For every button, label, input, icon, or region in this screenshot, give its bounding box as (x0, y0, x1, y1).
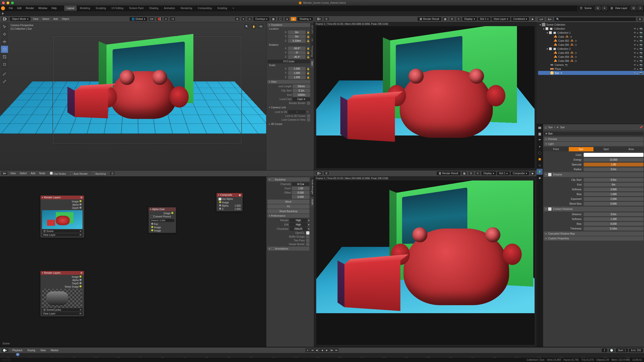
collection-checkbox[interactable] (549, 31, 552, 34)
socket-icon[interactable] (79, 279, 82, 281)
hide-render-icon[interactable]: 📷 (639, 43, 642, 46)
tab-render[interactable] (537, 125, 543, 131)
tool-scale[interactable] (1, 53, 8, 60)
hide-select-icon[interactable]: ▸ (637, 68, 638, 70)
display-selector[interactable]: Display ▾ (481, 171, 496, 175)
hide-viewport-icon[interactable]: 👁 (634, 48, 636, 50)
tab-modeling[interactable]: Modeling (77, 6, 93, 11)
backdrop-options[interactable]: ⊡ (110, 171, 115, 175)
tool-select[interactable] (1, 23, 8, 30)
img-unlink[interactable]: ✕ (475, 171, 480, 175)
tl-menu-marker[interactable]: Marker (49, 348, 60, 352)
3d-cursor-header[interactable]: ▸3D Cursor (267, 122, 310, 126)
eyedropper-icon[interactable]: ✎ (307, 111, 310, 113)
hide-render-icon[interactable]: 📷 (639, 56, 642, 58)
ne-menu-add[interactable]: Add (29, 171, 37, 175)
two-pass-checkbox[interactable] (306, 239, 309, 242)
menu-file[interactable]: File (7, 6, 15, 10)
hide-select-icon[interactable]: ▸ (637, 52, 638, 54)
lock-icon[interactable]: 🔓 (307, 31, 310, 34)
tree-row[interactable]: Camera 📷👁▸📷 (538, 63, 644, 67)
image-editor-bottom[interactable]: 🖼▾ ☰ 🖼 Render Result ▦ ☒ ✕ Display ▾ Slo… (314, 170, 537, 347)
scale-y-field[interactable]: 1.000 (288, 71, 306, 75)
annotations-panel-header[interactable]: ▾ Annotations (267, 247, 309, 251)
node-canvas[interactable]: ▾Render Layers⚙ Image Alpha Depth 🎬 Scen… (0, 176, 266, 347)
slot-selector[interactable]: Slot 1 ▾ (478, 17, 491, 21)
editor-type-selector[interactable]: 🔳▾ (1, 17, 9, 21)
lock-icon[interactable]: 🔓 (307, 35, 310, 38)
tab-compositing[interactable]: Compositing (195, 6, 214, 11)
tree-row[interactable]: Cube.005 ◔👁▸📷 (538, 43, 644, 47)
node-composite[interactable]: ▾Composite◉ Use Alpha Image Alpha: 1.000… (216, 193, 243, 211)
shading-dropdown[interactable]: Shading ▾ (297, 17, 313, 21)
collection-checkbox[interactable] (549, 47, 552, 50)
clip-end-field[interactable]: 1000m (293, 93, 310, 97)
socket-icon[interactable] (151, 226, 153, 228)
hide-viewport-icon[interactable]: 👁 (634, 60, 636, 62)
cascaded-panel-header[interactable]: ▸Cascaded Shadow Map (544, 232, 643, 236)
snap-type[interactable]: ▾ (164, 17, 168, 21)
overlays-dropdown[interactable]: Overlays ▾ (253, 17, 269, 21)
bias-field[interactable]: 1.000 (584, 192, 643, 196)
performance-panel-header[interactable]: ▾Performance (267, 214, 309, 218)
node-alpha-over[interactable]: ▾Alpha Over Image Convert Premul Premul:… (148, 207, 176, 233)
camera-lock-header[interactable]: ▾Camera Lock (267, 106, 310, 109)
npanel-tab-item[interactable]: Item (310, 59, 314, 68)
radius-field[interactable]: 0.5m (584, 167, 643, 171)
lock-cursor-checkbox[interactable] (307, 114, 310, 118)
socket-icon[interactable] (219, 208, 221, 210)
pivot-button[interactable]: ⊙▾ (148, 17, 155, 21)
node-options-icon[interactable]: ⚙ (80, 272, 83, 274)
socket-icon[interactable] (219, 201, 221, 203)
hide-viewport-icon[interactable]: 👁 (634, 52, 636, 54)
overlays-toggle[interactable]: ⊙ (247, 17, 252, 21)
gizmo-toggle[interactable]: ⊕ (234, 17, 240, 21)
scale-x-field[interactable]: 1.000 (288, 67, 306, 71)
disclosure-icon[interactable]: ▾ (547, 31, 548, 34)
autokey-toggle[interactable]: ● (305, 348, 310, 352)
tab-rendering[interactable]: Rendering (178, 6, 195, 11)
imged-menu[interactable]: ☰ (324, 17, 329, 21)
menu-edit[interactable]: Edit (15, 6, 23, 10)
end-frame-field[interactable]: End: 250 (629, 348, 643, 352)
hide-select-icon[interactable]: ▸ (637, 31, 638, 34)
image-editor-top[interactable]: 🖼▾ ☰ 🖼 Render Result ▦ ☒ ✕ Display ▾ Slo… (314, 16, 537, 170)
disclosure-icon[interactable]: ▾ (543, 27, 544, 30)
current-frame-field[interactable]: 1 (602, 348, 607, 352)
color-swatch[interactable] (584, 153, 643, 157)
tab-layout[interactable]: Layout (64, 6, 77, 11)
z-value[interactable]: 1.000 (234, 208, 241, 210)
menu-render[interactable]: Render (24, 6, 36, 10)
preview-range-toggle[interactable]: 🕐 (608, 348, 615, 352)
tab-add[interactable]: + (230, 6, 237, 11)
layer-selector[interactable]: View Layer ▾ (492, 17, 510, 21)
img-new[interactable]: ☒ (468, 171, 474, 175)
viewlayer-delete-button[interactable]: ✕ (637, 6, 643, 10)
3d-viewport[interactable]: 🔳▾ Object Mode ▾ View Select Add Object … (0, 16, 314, 170)
ne-menu-select[interactable]: Select (18, 171, 28, 175)
light-type-point[interactable]: Point (544, 147, 569, 151)
play-reverse-button[interactable]: ◀ (320, 348, 324, 352)
ne-menu-node[interactable]: Node (38, 171, 47, 175)
close-icon[interactable] (2, 2, 5, 4)
tab-animation[interactable]: Animation (161, 6, 177, 11)
loc-y-field[interactable]: 0m (288, 35, 306, 38)
img-browse[interactable]: ▦ (461, 171, 467, 175)
npanel-tab-kitops[interactable]: KIT OPS (310, 23, 314, 36)
tab-scripting[interactable]: Scripting (215, 6, 230, 11)
socket-icon[interactable] (151, 223, 153, 225)
lock-camera-checkbox[interactable] (307, 118, 310, 121)
editor-type-selector[interactable]: 🖼▾ (315, 171, 323, 175)
node-scene-selector[interactable]: 🎬 SceneCycles ✕ (42, 308, 83, 311)
c-softness-field[interactable]: 1.200 (584, 217, 643, 221)
tree-row[interactable]: ▾Collection👁▸📷 (538, 27, 644, 31)
shading-wireframe[interactable]: ◯ (277, 17, 284, 21)
shadow-checkbox[interactable] (548, 173, 551, 176)
hide-viewport-icon[interactable]: 👁 (634, 43, 636, 46)
lock-icon[interactable]: 🔓 (307, 47, 310, 50)
tool-move[interactable] (1, 38, 8, 45)
orientation-selector[interactable]: 🌐 Global ▾ (130, 17, 147, 21)
tree-row[interactable]: Cube.002 ◔👁▸📷 (538, 39, 644, 43)
lock-icon[interactable]: 🔓 (307, 72, 310, 74)
render-border-checkbox[interactable] (307, 102, 310, 105)
